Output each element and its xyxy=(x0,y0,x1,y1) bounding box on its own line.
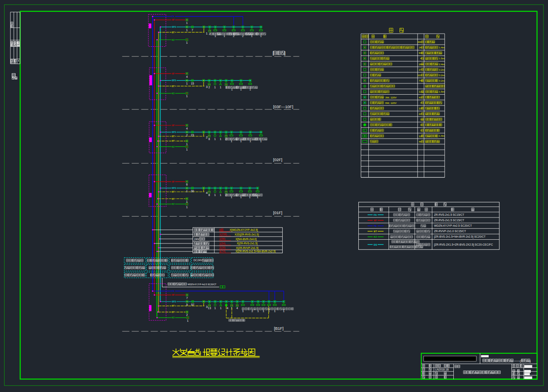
svg-text:57: 57 xyxy=(191,303,194,306)
svg-text:1: 1 xyxy=(240,88,242,91)
svg-text:1: 1 xyxy=(186,190,188,193)
svg-text:XF: XF xyxy=(374,219,377,222)
svg-text:26: 26 xyxy=(419,63,421,66)
svg-text:××: ×× xyxy=(208,135,211,137)
svg-text:4: 4 xyxy=(236,307,238,310)
svg-text:1: 1 xyxy=(214,193,216,196)
svg-text:[B1F]: [B1F] xyxy=(274,326,284,331)
svg-text:8: 8 xyxy=(219,228,221,231)
svg-text:X[WDZN-KYJYP-4x2.5]: X[WDZN-KYJYP-4x2.5] xyxy=(230,228,258,232)
svg-text:X2D[ZR-RVS-2x1.5]: X2D[ZR-RVS-2x1.5] xyxy=(235,233,259,236)
svg-text:××: ×× xyxy=(208,305,211,307)
svg-text:1: 1 xyxy=(257,310,259,313)
svg-text:SFS: SFS xyxy=(172,300,176,303)
svg-text:BT: BT xyxy=(172,191,175,193)
svg-text:7: 7 xyxy=(420,102,421,104)
svg-text:TE: TE xyxy=(374,225,377,227)
svg-text:6W, 120V: 6W, 120V xyxy=(385,101,397,104)
svg-text:SFS: SFS xyxy=(172,26,176,28)
svg-text:1: 1 xyxy=(224,34,225,37)
svg-text:X[ZR-RVVP-2x1.5]: X[ZR-RVVP-2x1.5] xyxy=(236,246,259,250)
svg-text:1(208): 1(208) xyxy=(219,233,227,236)
svg-text:2: 2 xyxy=(242,34,244,37)
svg-text:*: * xyxy=(18,59,19,64)
svg-text:1.5m: 1.5m xyxy=(439,90,445,93)
svg-text:KZ: KZ xyxy=(172,146,175,148)
svg-text:26: 26 xyxy=(419,46,421,49)
svg-text:7: 7 xyxy=(186,297,188,299)
svg-text:1: 1 xyxy=(249,140,251,143)
svg-text:1: 1 xyxy=(230,196,232,199)
svg-text:1: 1 xyxy=(263,310,265,313)
svg-text:1: 1 xyxy=(220,138,221,140)
svg-text:X[ZR-RVS-2x1.5]: X[ZR-RVS-2x1.5] xyxy=(237,242,257,245)
svg-text:430: 430 xyxy=(418,41,422,43)
svg-text:1: 1 xyxy=(257,196,259,199)
svg-text:KZ: KZ xyxy=(172,92,175,95)
svg-text:3: 3 xyxy=(206,85,208,89)
svg-text:23: 23 xyxy=(191,134,194,137)
svg-text:××: ×× xyxy=(225,84,228,86)
svg-text:KZ: KZ xyxy=(172,316,175,319)
svg-text:[ZR-BVS-2x1.5+NH-BVR-2x2.5] SC: [ZR-BVS-2x1.5+NH-BVR-2x2.5] SC20/CT xyxy=(434,235,486,238)
svg-text:FA: FA xyxy=(374,214,377,216)
svg-text:1.4m: 1.4m xyxy=(439,134,445,137)
svg-text:1: 1 xyxy=(251,34,253,37)
svg-text:3.2m: 3.2m xyxy=(439,74,445,77)
svg-text:BT: BT xyxy=(172,140,175,142)
svg-text:8: 8 xyxy=(209,193,210,196)
svg-text:[02F]: [02F] xyxy=(273,157,283,162)
svg-text:1: 1 xyxy=(186,143,188,146)
svg-text:DC24V: DC24V xyxy=(193,259,202,262)
svg-text:ZR-RVVP-2x1.0 SC15/CT: ZR-RVVP-2x1.0 SC15/CT xyxy=(434,230,466,233)
svg-text:1: 1 xyxy=(187,319,189,322)
svg-text:ZR-RVS-2x1.5 SC15/CT: ZR-RVS-2x1.5 SC15/CT xyxy=(434,219,464,222)
svg-text:WDZN-KYJYP-4x2.5 SC20/CT: WDZN-KYJYP-4x2.5 SC20/CT xyxy=(188,283,216,286)
svg-text:[03F—10F]: [03F—10F] xyxy=(273,104,294,109)
svg-text:XF: XF xyxy=(172,124,175,127)
svg-text:8: 8 xyxy=(209,138,210,140)
svg-text:1: 1 xyxy=(249,196,251,199)
svg-text:3: 3 xyxy=(420,124,421,126)
svg-text:6: 6 xyxy=(186,183,188,186)
svg-text:4: 4 xyxy=(227,307,228,310)
svg-text:1: 1 xyxy=(420,129,421,132)
svg-text:24V: 24V xyxy=(194,238,200,241)
svg-text:1: 1 xyxy=(214,138,216,140)
svg-text:2: 2 xyxy=(206,135,208,139)
svg-text:1: 1 xyxy=(186,29,188,32)
svg-text:XF: XF xyxy=(172,72,175,75)
svg-text:12: 12 xyxy=(419,90,421,93)
svg-text:SFS: SFS xyxy=(172,187,176,189)
svg-text:5: 5 xyxy=(186,303,188,306)
svg-text:3W, 120V: 3W, 120V xyxy=(385,96,397,99)
svg-text:1: 1 xyxy=(186,21,188,24)
svg-text:93: 93 xyxy=(419,52,421,54)
svg-text:1: 1 xyxy=(231,88,233,91)
svg-text:1: 1 xyxy=(186,200,188,203)
svg-text:3: 3 xyxy=(206,305,208,309)
svg-text:1: 1 xyxy=(242,310,244,313)
svg-text:FA: FA xyxy=(172,290,175,292)
svg-text:4: 4 xyxy=(186,127,188,130)
svg-text:1: 1 xyxy=(274,310,276,313)
svg-text:22: 22 xyxy=(419,113,421,115)
svg-text:2.4m: 2.4m xyxy=(439,63,445,66)
svg-text:46: 46 xyxy=(419,140,421,143)
svg-text:1: 1 xyxy=(283,310,285,313)
svg-text:1: 1 xyxy=(186,95,188,98)
svg-text:[01F]: [01F] xyxy=(273,210,283,215)
svg-text:××: ×× xyxy=(208,84,211,86)
svg-text:1.5m: 1.5m xyxy=(439,57,445,60)
svg-text:LN2018.1B: LN2018.1B xyxy=(435,368,449,371)
svg-text:XF: XF xyxy=(172,19,175,21)
svg-text:X[ZR-RVS-2x1.5+NH-BVR-2x2.5]: X[ZR-RVS-2x1.5+NH-BVR-2x2.5] xyxy=(236,250,275,253)
svg-text:2(26): 2(26) xyxy=(219,246,225,249)
svg-text:1: 1 xyxy=(230,140,232,143)
svg-text:2: 2 xyxy=(209,86,210,89)
svg-text:BT: BT xyxy=(172,311,175,313)
svg-text:1: 1 xyxy=(220,193,221,196)
svg-text:3.2m: 3.2m xyxy=(439,68,445,71)
svg-text:1: 1 xyxy=(186,206,188,209)
svg-text:SFS: SFS xyxy=(172,131,176,133)
